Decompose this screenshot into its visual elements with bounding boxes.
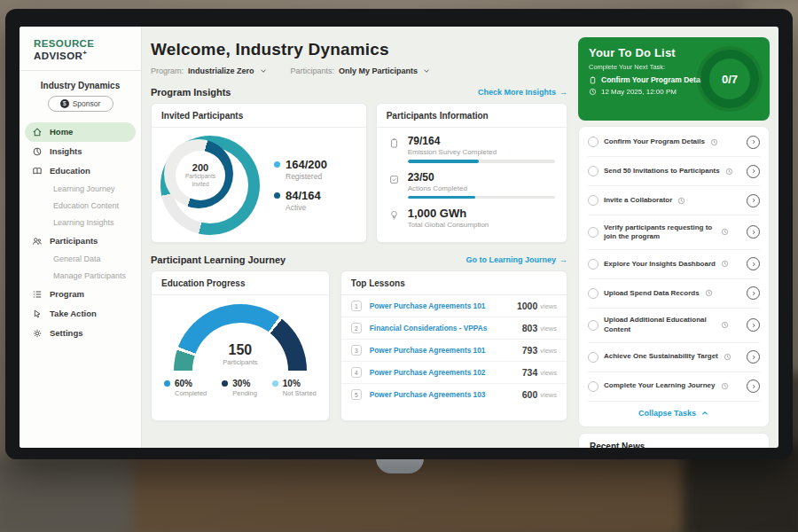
sidebar-nav: Home Insights Education Learning Journey… — [20, 121, 141, 345]
top-lessons-card: Top Lessons 1 Power Purchase Agreements … — [340, 270, 567, 421]
task-open-button[interactable] — [747, 318, 760, 332]
program-filter[interactable]: Program: Industrialize Zero — [151, 66, 268, 75]
sidebar-item-learning-insights[interactable]: Learning Insights — [25, 215, 136, 231]
chevron-right-icon — [750, 322, 757, 329]
sidebar-item-education-content[interactable]: Education Content — [25, 198, 136, 215]
go-to-learning-journey-link[interactable]: Go to Learning Journey → — [466, 255, 567, 264]
task-open-button[interactable] — [747, 165, 760, 178]
task-send-invitations[interactable]: Send 50 Invitations to Participants — [588, 157, 760, 186]
chevron-up-icon — [700, 409, 709, 418]
metric-actions-completed: 23/50 Actions Completed — [388, 171, 555, 200]
todo-summary-card: Your To Do List Complete Your Next Task:… — [578, 37, 770, 121]
lesson-row-1[interactable]: 1 Power Purchase Agreements 101 1000 vie… — [341, 295, 567, 317]
arrow-right-icon: → — [559, 255, 567, 264]
participants-information-card: Participants Information 79/164 Emission… — [376, 103, 567, 243]
lesson-row-4[interactable]: 4 Power Purchase Agreements 102 734 view… — [341, 362, 567, 384]
task-explore-insights[interactable]: Explore Your Insights Dashboard — [588, 250, 760, 279]
sponsor-badge[interactable]: $ Sponsor — [48, 96, 113, 112]
actions-progress-bar — [408, 196, 476, 200]
lesson-row-3[interactable]: 3 Power Purchase Agreements 101 793 view… — [341, 340, 567, 362]
task-confirm-program-details[interactable]: Confirm Your Program Details — [588, 128, 760, 157]
education-progress-gauge: 150 Participants — [174, 304, 307, 372]
todo-tasks-card: Confirm Your Program Details Send 50 Inv… — [578, 126, 770, 427]
task-checkbox[interactable] — [588, 352, 598, 363]
task-open-button[interactable] — [747, 194, 760, 207]
arrow-right-icon: → — [559, 88, 567, 97]
invited-legend: 164/200 Registered 84/164 Active — [274, 150, 327, 220]
check-more-insights-link[interactable]: Check More Insights → — [478, 88, 567, 97]
task-open-button[interactable] — [747, 379, 760, 393]
task-checkbox[interactable] — [588, 259, 598, 270]
sidebar-item-general-data[interactable]: General Data — [25, 251, 136, 268]
chevron-down-icon — [422, 66, 431, 75]
sidebar-item-insights[interactable]: Insights — [25, 142, 136, 161]
chevron-right-icon — [750, 290, 757, 297]
task-verify-participants[interactable]: Verify participants requesting to join t… — [588, 215, 760, 250]
lesson-link[interactable]: Power Purchase Agreements 101 — [370, 346, 522, 355]
legend-active: 84/164 Active — [274, 189, 327, 212]
legend-pending: 30% Pending — [222, 379, 257, 397]
registered-dot — [274, 161, 280, 168]
sponsor-badge-icon: $ — [60, 99, 69, 108]
task-open-button[interactable] — [747, 350, 760, 364]
task-checkbox[interactable] — [588, 195, 598, 206]
task-checkbox[interactable] — [588, 166, 598, 176]
lesson-link[interactable]: Power Purchase Agreements 102 — [370, 368, 522, 377]
collapse-tasks-button[interactable]: Collapse Tasks — [588, 402, 760, 426]
chevron-right-icon — [750, 197, 757, 204]
task-checkbox[interactable] — [588, 381, 598, 392]
sidebar-item-education[interactable]: Education — [25, 161, 136, 181]
invited-center-value: 200 — [192, 162, 208, 173]
logo-secondary: ADVISOR — [34, 51, 82, 61]
task-achieve-sustainability-target[interactable]: Achieve One Sustainability Target — [588, 343, 760, 372]
task-checkbox[interactable] — [588, 288, 598, 299]
task-open-button[interactable] — [747, 286, 760, 300]
task-complete-learning-journey[interactable]: Complete Your Learning Journey — [588, 372, 760, 402]
lesson-row-5[interactable]: 5 Power Purchase Agreements 103 600 view… — [341, 384, 567, 405]
monitor-stand — [376, 458, 424, 473]
sidebar-item-settings[interactable]: Settings — [25, 324, 136, 343]
background-photo — [0, 457, 133, 532]
task-upload-educational-content[interactable]: Upload Additional Educational Content — [588, 309, 760, 343]
sidebar: RESOURCE ADVISOR+ Industry Dynamics $ Sp… — [20, 27, 142, 448]
settings-gear-icon — [32, 328, 43, 339]
metric-emission-survey: 79/164 Emission Survey Completed — [388, 135, 555, 163]
learning-journey-title: Participant Learning Journey — [151, 254, 286, 265]
task-invite-collaborator[interactable]: Invite a Collaborator — [588, 186, 760, 215]
sidebar-item-participants[interactable]: Participants — [25, 231, 136, 251]
invited-participants-card: Invited Participants 200 Participants In… — [151, 103, 367, 243]
sidebar-item-program[interactable]: Program — [25, 285, 136, 304]
lesson-link[interactable]: Financial Considerations - VPPAs — [370, 324, 522, 332]
program-insights-title: Program Insights — [151, 87, 231, 98]
sidebar-item-take-action[interactable]: Take Action — [25, 304, 136, 324]
task-upload-spend-data[interactable]: Upload Spend Data Records — [588, 279, 760, 309]
sponsor-badge-label: Sponsor — [73, 99, 101, 108]
task-checkbox[interactable] — [588, 320, 598, 331]
recent-news-title: Recent News — [579, 434, 769, 448]
task-open-button[interactable] — [747, 257, 760, 270]
task-open-button[interactable] — [747, 136, 760, 149]
filters-row: Program: Industrialize Zero Participants… — [151, 66, 567, 75]
sidebar-item-home[interactable]: Home — [25, 122, 136, 142]
lightbulb-icon — [388, 209, 400, 221]
take-action-icon — [32, 309, 43, 319]
lesson-link[interactable]: Power Purchase Agreements 103 — [370, 390, 522, 399]
sidebar-item-learning-journey[interactable]: Learning Journey — [25, 181, 136, 198]
top-lessons-card-title: Top Lessons — [341, 271, 567, 295]
education-icon — [32, 166, 43, 176]
gauge-center-value: 150 — [229, 342, 253, 358]
clock-icon — [589, 88, 597, 96]
legend-completed: 60% Completed — [164, 379, 207, 397]
clock-icon — [721, 228, 729, 236]
task-checkbox[interactable] — [588, 227, 598, 238]
clock-icon — [710, 138, 718, 146]
task-checkbox[interactable] — [588, 137, 598, 147]
sidebar-item-manage-participants[interactable]: Manage Participants — [25, 268, 136, 285]
actions-check-icon — [388, 174, 400, 185]
lesson-link[interactable]: Power Purchase Agreements 101 — [370, 301, 517, 310]
task-open-button[interactable] — [747, 225, 760, 239]
chevron-right-icon — [750, 229, 757, 236]
participants-filter[interactable]: Participants: Only My Participants — [291, 66, 432, 75]
lesson-row-2[interactable]: 2 Financial Considerations - VPPAs 803 v… — [341, 317, 567, 340]
metric-global-consumption: 1,000 GWh Total Global Consumption — [388, 207, 555, 229]
